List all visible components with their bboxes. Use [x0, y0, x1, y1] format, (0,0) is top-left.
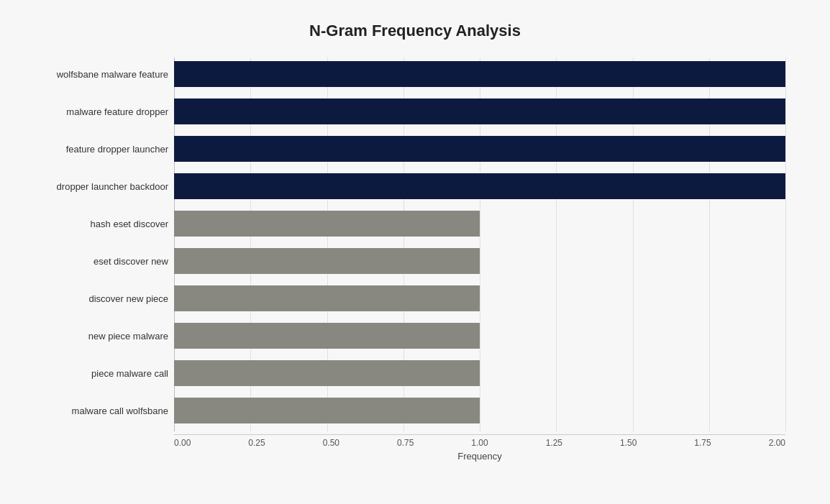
bar-track	[174, 398, 785, 423]
bar-row: malware call wolfsbane	[174, 394, 785, 427]
bars-wrapper: wolfsbane malware featuremalware feature…	[174, 58, 785, 431]
bar-row: feature dropper launcher	[174, 132, 785, 165]
bar-row: eset discover new	[174, 244, 785, 278]
x-tick-label: 0.25	[248, 438, 265, 448]
bar-label: wolfsbane malware feature	[24, 69, 168, 80]
x-axis-line	[174, 434, 785, 435]
bar-row: malware feature dropper	[174, 95, 785, 128]
x-tick-label: 0.50	[323, 438, 339, 448]
bar-label: eset discover new	[24, 256, 168, 267]
bar-row: hash eset discover	[174, 207, 785, 240]
bar-track	[174, 211, 785, 237]
bar-track	[174, 323, 785, 349]
bar-row: wolfsbane malware feature	[174, 58, 785, 91]
bar-gray	[174, 285, 480, 311]
bar-label: piece malware call	[24, 368, 168, 379]
bar-label: malware call wolfsbane	[24, 406, 168, 416]
x-axis-container: 0.000.250.500.751.001.251.501.752.00 Fre…	[174, 434, 785, 462]
bar-label: feature dropper launcher	[24, 144, 168, 155]
x-tick-label: 1.50	[620, 438, 637, 448]
grid-line	[785, 58, 786, 431]
bar-label: dropper launcher backdoor	[24, 181, 168, 192]
bar-gray	[174, 323, 480, 349]
x-tick-label: 2.00	[769, 438, 785, 448]
x-tick-label: 1.00	[471, 438, 488, 448]
bar-gray	[174, 211, 480, 237]
x-tick-label: 1.25	[546, 438, 562, 448]
x-tick-label: 0.00	[174, 438, 191, 448]
chart-title: N-Gram Frequency Analysis	[23, 22, 807, 40]
chart-container: N-Gram Frequency Analysis wolfsbane malw…	[9, 14, 821, 490]
bar-track	[174, 98, 785, 124]
bar-track	[174, 285, 785, 311]
bar-dark	[174, 61, 785, 87]
bar-row: discover new piece	[174, 282, 785, 315]
x-tick-label: 1.75	[694, 438, 711, 448]
bar-dark	[174, 98, 785, 124]
bar-track	[174, 61, 785, 87]
bar-dark	[174, 136, 785, 162]
chart-area: wolfsbane malware featuremalware feature…	[174, 58, 785, 431]
bar-row: new piece malware	[174, 319, 785, 352]
bar-dark	[174, 173, 785, 199]
x-axis-ticks: 0.000.250.500.751.001.251.501.752.00	[174, 438, 785, 448]
bar-label: new piece malware	[24, 331, 168, 342]
x-axis-label: Frequency	[174, 451, 785, 462]
bar-row: piece malware call	[174, 357, 785, 390]
bar-label: hash eset discover	[24, 219, 168, 229]
x-tick-label: 0.75	[397, 438, 414, 448]
bar-track	[174, 360, 785, 386]
bar-label: discover new piece	[24, 293, 168, 304]
bar-label: malware feature dropper	[24, 106, 168, 117]
bar-track	[174, 173, 785, 199]
bar-track	[174, 136, 785, 162]
bar-gray	[174, 398, 480, 423]
bar-gray	[174, 248, 480, 274]
bar-gray	[174, 360, 480, 386]
bar-row: dropper launcher backdoor	[174, 170, 785, 203]
bar-track	[174, 248, 785, 274]
